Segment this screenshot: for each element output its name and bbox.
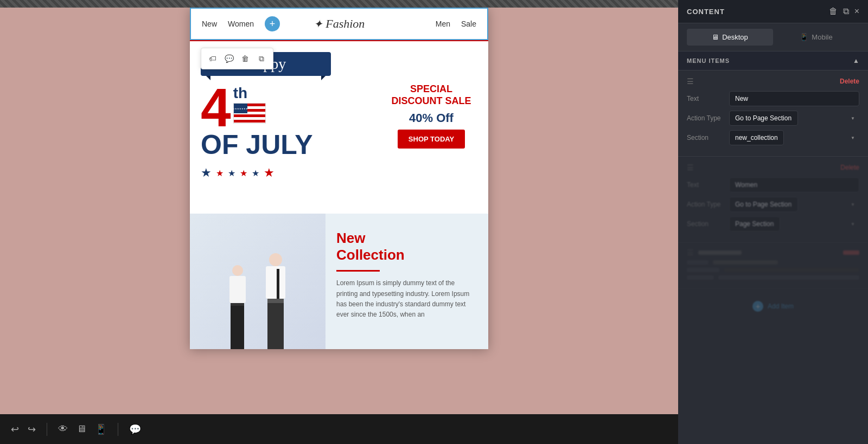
star-1: ★ bbox=[201, 166, 212, 180]
hero-content: Happy 4 th bbox=[201, 52, 477, 180]
mobile-label: Mobile bbox=[812, 33, 832, 41]
collection-text: New Collection Lorem Ipsum is simply dum… bbox=[326, 214, 488, 349]
shop-button[interactable]: SHOP TODAY bbox=[398, 130, 465, 149]
desktop-label: Desktop bbox=[722, 33, 748, 41]
stars-row: ★ ★ ★ ★ ★ ★ bbox=[201, 166, 380, 180]
duplicate-toolbar-btn[interactable]: ⧉ bbox=[254, 52, 269, 66]
collection-title-line1: New bbox=[336, 230, 365, 246]
star-6: ★ bbox=[264, 166, 275, 180]
menu-items-section-header: MENU ITEMS ▲ bbox=[678, 52, 868, 70]
panel-header: CONTENT 🗑 ⧉ × bbox=[678, 0, 868, 23]
nav-item-sale[interactable]: Sale bbox=[461, 20, 476, 28]
panel-close-btn[interactable]: × bbox=[854, 7, 859, 16]
canvas-area: New Women + ✦ Fashion Men Sale 🏷 💬 🗑 ⧉ bbox=[0, 0, 678, 444]
hero-right: SPECIAL DISCOUNT SALE 40% Off SHOP TODAY bbox=[380, 83, 477, 149]
preview-button[interactable]: 👁 bbox=[58, 423, 68, 435]
menu-item-block-2: ☰ Delete Text Action Type Go to Page Sec… bbox=[678, 157, 868, 243]
nav-left: New Women + bbox=[202, 16, 280, 31]
action-type-select-2: Go to Page Section bbox=[729, 197, 798, 212]
nav-item-new[interactable]: New bbox=[202, 20, 217, 28]
view-toggle: 🖥 Desktop 📱 Mobile bbox=[678, 23, 868, 52]
bottom-add-section: + Add Item bbox=[678, 289, 868, 324]
comment-toolbar-btn[interactable]: 💬 bbox=[222, 52, 236, 66]
section-label: Section bbox=[687, 134, 725, 141]
nav-add-button[interactable]: + bbox=[265, 16, 280, 31]
model-male bbox=[255, 253, 296, 349]
special-discount-text: SPECIAL DISCOUNT SALE bbox=[385, 83, 477, 107]
nav-bar: New Women + ✦ Fashion Men Sale bbox=[190, 8, 488, 40]
hero-left: Happy 4 th bbox=[201, 52, 380, 180]
collection-section: New Collection Lorem Ipsum is simply dum… bbox=[190, 214, 488, 349]
bottom-toolbar: ↩ ↪ 👁 🖥 📱 💬 bbox=[0, 414, 678, 444]
collapsed-section-1: ☰ bbox=[678, 243, 868, 289]
collection-divider bbox=[336, 270, 380, 272]
comments-button[interactable]: 💬 bbox=[129, 423, 141, 435]
of-july: OF JULY bbox=[201, 129, 380, 160]
action-type-select[interactable]: Go to Page Section URL None bbox=[729, 111, 798, 126]
discount-title: DISCOUNT SALE bbox=[391, 95, 471, 106]
action-type-label-2: Action Type bbox=[687, 201, 725, 208]
model-female bbox=[220, 265, 255, 349]
star-2: ★ bbox=[216, 168, 224, 178]
flag: ★★★★★★★ bbox=[233, 103, 266, 124]
right-panel: CONTENT 🗑 ⧉ × 🖥 Desktop 📱 Mobile MENU IT… bbox=[678, 0, 868, 444]
text-field-row: Text bbox=[687, 91, 859, 106]
mobile-view-tab[interactable]: 📱 Mobile bbox=[773, 29, 859, 46]
canvas-checkered bbox=[0, 0, 678, 8]
panel-title: CONTENT bbox=[687, 8, 725, 16]
section-field-row-2: Section Page Section bbox=[687, 216, 859, 231]
floating-toolbar: 🏷 💬 🗑 ⧉ bbox=[201, 48, 273, 69]
nav-right: Men Sale bbox=[436, 20, 476, 28]
star-4: ★ bbox=[240, 168, 247, 178]
discount-amount: 40% Off bbox=[385, 111, 477, 125]
collection-description: Lorem Ipsum is simply dummy text of the … bbox=[336, 278, 477, 320]
action-type-field-row-2: Action Type Go to Page Section bbox=[687, 197, 859, 212]
tag-toolbar-btn[interactable]: 🏷 bbox=[206, 52, 220, 66]
nav-item-women[interactable]: Women bbox=[228, 20, 254, 28]
toolbar-separator-2 bbox=[118, 423, 118, 436]
redo-button[interactable]: ↪ bbox=[28, 423, 36, 435]
text-label: Text bbox=[687, 95, 725, 102]
menu-item-row-2: ☰ Delete bbox=[687, 163, 859, 172]
desktop-view-tab[interactable]: 🖥 Desktop bbox=[687, 29, 773, 46]
desktop-view-button[interactable]: 🖥 bbox=[76, 423, 86, 435]
toolbar-separator-1 bbox=[47, 423, 47, 436]
collection-title-line2: Collection bbox=[336, 247, 405, 263]
new-collection-title: New Collection bbox=[336, 230, 477, 263]
star-5: ★ bbox=[252, 168, 259, 178]
model-figures bbox=[190, 214, 326, 349]
text-input-2 bbox=[729, 177, 859, 192]
action-type-field-row: Action Type Go to Page Section URL None bbox=[687, 111, 859, 126]
star-3: ★ bbox=[228, 168, 235, 178]
drag-handle-2: ☰ bbox=[687, 163, 694, 172]
special-title: SPECIAL bbox=[410, 83, 452, 94]
mobile-icon: 📱 bbox=[800, 33, 808, 41]
website-preview: New Women + ✦ Fashion Men Sale 🏷 💬 🗑 ⧉ bbox=[190, 8, 488, 349]
panel-delete-btn[interactable]: 🗑 bbox=[829, 7, 838, 16]
menu-item-block-1: ☰ Delete Text Action Type Go to Page Sec… bbox=[678, 70, 868, 157]
nav-logo: ✦ Fashion bbox=[314, 17, 365, 31]
nav-logo-text: Fashion bbox=[326, 17, 365, 30]
text-field-row-2: Text bbox=[687, 177, 859, 192]
nav-item-men[interactable]: Men bbox=[436, 20, 450, 28]
action-type-select-wrapper: Go to Page Section URL None bbox=[729, 111, 859, 126]
text-label-2: Text bbox=[687, 181, 725, 189]
big-number: 4 bbox=[201, 80, 231, 134]
section-select[interactable]: new_collection hero footer bbox=[729, 130, 784, 145]
th-text: th bbox=[233, 85, 266, 102]
section-label-2: Section bbox=[687, 220, 725, 228]
drag-handle-1[interactable]: ☰ bbox=[687, 77, 694, 86]
action-type-label: Action Type bbox=[687, 114, 725, 122]
panel-duplicate-btn[interactable]: ⧉ bbox=[843, 7, 849, 16]
delete-item-1-btn[interactable]: Delete bbox=[840, 78, 859, 85]
section-field-row: Section new_collection hero footer bbox=[687, 130, 859, 145]
undo-button[interactable]: ↩ bbox=[11, 423, 19, 435]
collection-image bbox=[190, 214, 326, 349]
section-collapse-btn[interactable]: ▲ bbox=[853, 57, 859, 65]
panel-actions: 🗑 ⧉ × bbox=[829, 7, 859, 16]
fourth-row: 4 th ★★★★★★★ bbox=[201, 80, 380, 134]
text-input[interactable] bbox=[729, 91, 859, 106]
delete-toolbar-btn[interactable]: 🗑 bbox=[238, 52, 252, 66]
desktop-icon: 🖥 bbox=[712, 33, 719, 41]
mobile-view-button[interactable]: 📱 bbox=[95, 423, 107, 435]
